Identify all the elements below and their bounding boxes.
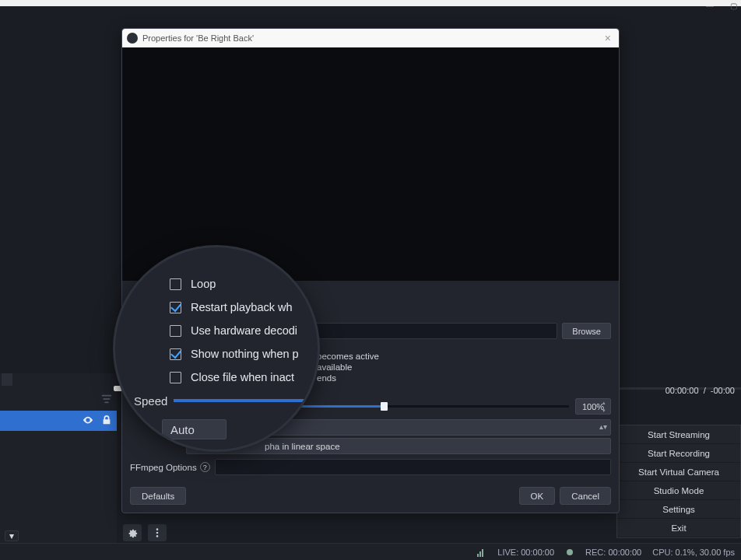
filter-icon[interactable] xyxy=(101,394,112,406)
svg-rect-0 xyxy=(102,395,111,397)
preview-area xyxy=(122,47,619,281)
timecode-display: 00:00:00 / -00:00 xyxy=(665,386,735,395)
defaults-button[interactable]: Defaults xyxy=(130,487,186,505)
window-controls: — ▢ xyxy=(705,2,738,9)
live-status: LIVE: 00:00:00 xyxy=(497,548,554,557)
close-icon[interactable]: × xyxy=(602,32,614,44)
cancel-button[interactable]: Cancel xyxy=(560,487,611,505)
svg-rect-2 xyxy=(104,402,108,404)
show-nothing-checkbox[interactable]: Show nothing when p xyxy=(170,342,318,366)
obs-icon xyxy=(127,33,138,44)
svg-point-9 xyxy=(567,549,573,555)
source-row-selected[interactable] xyxy=(0,411,117,431)
start-virtual-camera-button[interactable]: Start Virtual Camera xyxy=(617,463,740,481)
gear-icon[interactable] xyxy=(123,524,142,541)
status-bar: LIVE: 00:00:00 REC: 00:00:00 CPU: 0.1%, … xyxy=(0,543,741,560)
more-icon[interactable] xyxy=(148,524,167,541)
svg-rect-7 xyxy=(479,551,481,557)
dialog-titlebar[interactable]: Properties for 'Be Right Back' × xyxy=(122,29,619,47)
cpu-status: CPU: 0.1%, 30.00 fps xyxy=(652,548,735,557)
lock-icon[interactable] xyxy=(101,415,112,428)
dialog-footer: Defaults OK Cancel xyxy=(130,487,611,505)
restart-checkbox[interactable]: Restart playback wh xyxy=(170,296,318,319)
svg-rect-8 xyxy=(482,549,483,557)
collapse-icon[interactable]: ▾ xyxy=(5,530,19,541)
source-thumbnail xyxy=(2,373,12,386)
ends-hint: ends xyxy=(317,373,336,383)
hw-hint: available xyxy=(317,362,352,372)
speed-label: Speed xyxy=(134,394,167,408)
start-recording-button[interactable]: Start Recording xyxy=(617,444,740,463)
help-icon[interactable]: ? xyxy=(200,462,210,472)
dialog-title: Properties for 'Be Right Back' xyxy=(142,33,254,43)
controls-dock: Start Streaming Start Recording Start Vi… xyxy=(616,425,741,538)
ok-button[interactable]: OK xyxy=(519,487,556,505)
speed-spinbox[interactable]: 100% ▴▾ xyxy=(575,398,611,415)
svg-point-4 xyxy=(156,532,159,534)
browse-button[interactable]: Browse xyxy=(562,323,611,339)
svg-rect-6 xyxy=(477,554,479,557)
svg-point-5 xyxy=(156,535,159,537)
app-titlebar xyxy=(0,0,741,6)
start-streaming-button[interactable]: Start Streaming xyxy=(617,425,740,444)
svg-point-3 xyxy=(156,528,159,530)
magnifier-lens: ile Loop Restart playback wh Use hardwar… xyxy=(115,247,318,450)
settings-button[interactable]: Settings xyxy=(617,500,740,519)
minimize-icon[interactable]: — xyxy=(705,2,715,9)
network-icon xyxy=(477,548,486,557)
studio-mode-button[interactable]: Studio Mode xyxy=(617,481,740,500)
svg-rect-1 xyxy=(104,398,111,400)
visibility-icon[interactable] xyxy=(83,415,93,428)
source-toolbar xyxy=(123,524,167,541)
restart-hint: becomes active xyxy=(317,352,379,361)
exit-button[interactable]: Exit xyxy=(617,519,740,537)
maximize-icon[interactable]: ▢ xyxy=(729,2,738,9)
color-range-tail: pha in linear space xyxy=(265,442,340,451)
ffmpeg-label: FFmpeg Options xyxy=(130,463,200,472)
hw-decode-checkbox[interactable]: Use hardware decodi xyxy=(170,319,318,342)
color-range-select-magnified[interactable]: Auto xyxy=(162,419,227,439)
rec-status: REC: 00:00:00 xyxy=(585,548,641,557)
ffmpeg-input[interactable] xyxy=(215,459,611,475)
speed-slider-magnified[interactable] xyxy=(174,399,318,402)
sources-panel xyxy=(0,373,117,544)
close-file-checkbox[interactable]: Close file when inact xyxy=(170,366,318,389)
record-icon xyxy=(565,548,574,557)
